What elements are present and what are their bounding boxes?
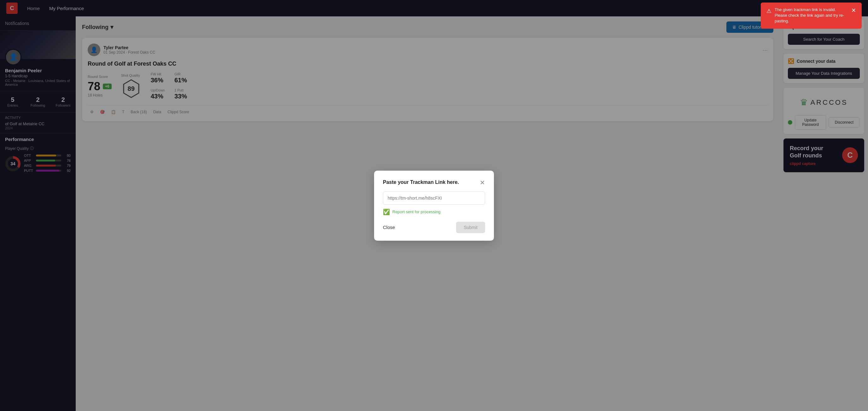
trackman-link-input[interactable]	[383, 191, 485, 205]
toast-close-button[interactable]: ✕	[851, 7, 856, 14]
modal-submit-button[interactable]: Submit	[456, 222, 485, 233]
success-check-icon: ✅	[383, 209, 390, 215]
toast-warning-icon: ⚠	[767, 7, 772, 15]
modal-close-button[interactable]: Close	[383, 225, 395, 230]
error-toast: ⚠ The given trackman link is invalid. Pl…	[761, 2, 862, 29]
modal-actions: Close Submit	[383, 222, 485, 233]
trackman-modal: Paste your Trackman Link here. ✕ ✅ Repor…	[374, 171, 494, 241]
success-text: Report sent for processing	[392, 210, 440, 214]
modal-success-message: ✅ Report sent for processing	[383, 209, 485, 215]
modal-title: Paste your Trackman Link here.	[383, 180, 459, 185]
modal-overlay: Paste your Trackman Link here. ✕ ✅ Repor…	[0, 0, 868, 411]
toast-message: The given trackman link is invalid. Plea…	[775, 7, 848, 24]
modal-close-x-button[interactable]: ✕	[480, 180, 485, 186]
modal-header: Paste your Trackman Link here. ✕	[383, 180, 485, 186]
